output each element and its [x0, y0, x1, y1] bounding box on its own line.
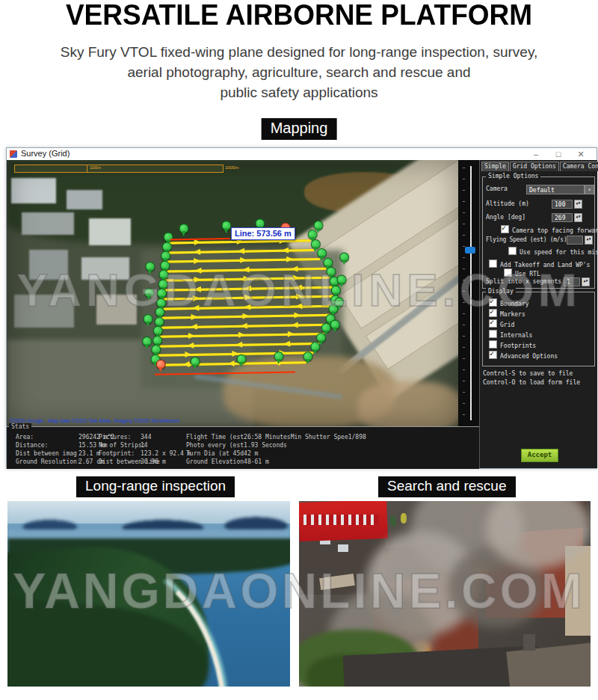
altitude-label: Altitude (m)	[486, 200, 529, 209]
advanced-options-label: Advanced Options	[500, 353, 558, 360]
survey-grid-line	[160, 324, 329, 329]
camera-top-checkbox[interactable]	[501, 225, 509, 233]
use-rtl-checkbox[interactable]	[504, 268, 512, 277]
chevron-down-icon[interactable]: ▾	[585, 185, 594, 194]
advanced-options-checkbox[interactable]	[489, 351, 497, 359]
zoom-slider	[458, 160, 479, 426]
map-marker[interactable]	[311, 239, 321, 249]
close-button[interactable]: ✕	[570, 148, 592, 160]
stats-bar: Stats Area:296242 m^2 Distance:15.53 km …	[7, 426, 479, 469]
scale-label-right: 1000m	[225, 165, 238, 170]
map-marker[interactable]	[337, 274, 347, 284]
panel-tabs: Simple Grid Options Camera Config	[481, 162, 598, 171]
use-speed-checkbox[interactable]	[508, 247, 517, 255]
footprints-checkbox[interactable]	[489, 340, 497, 349]
map-marker[interactable]	[156, 298, 166, 308]
map-marker[interactable]	[274, 351, 283, 361]
map-marker[interactable]	[162, 242, 172, 251]
stats-column-2: Pictures:344 No of Strips:14 Footprint:1…	[99, 433, 191, 466]
map-marker[interactable]	[310, 342, 320, 351]
camera-label: Camera	[486, 185, 508, 194]
map-marker[interactable]	[313, 221, 323, 230]
camera-dropdown[interactable]: Default	[526, 185, 585, 194]
slider-track[interactable]	[470, 166, 472, 420]
flying-speed-field[interactable]	[567, 236, 583, 245]
map-marker[interactable]	[317, 248, 327, 258]
stat-value: 23.1 m	[78, 450, 100, 457]
map-marker[interactable]	[161, 251, 170, 260]
map-marker[interactable]	[330, 319, 340, 329]
slider-handle[interactable]	[465, 247, 475, 254]
tab-camera-config[interactable]: Camera Config	[560, 162, 598, 171]
map-marker[interactable]	[143, 314, 152, 324]
angle-label: Angle [deg]	[486, 213, 525, 222]
split-field[interactable]: 1	[564, 277, 580, 286]
map-marker[interactable]	[151, 345, 161, 354]
split-label: Split into x segments	[486, 277, 561, 286]
line-length-tooltip: Line: 573.56 m	[231, 227, 295, 240]
internals-checkbox[interactable]	[489, 330, 497, 338]
inspection-photo	[7, 501, 290, 687]
map-marker[interactable]	[152, 336, 162, 346]
map-scale-bar: 100m 1000m	[14, 165, 224, 173]
map-marker[interactable]	[164, 232, 173, 242]
stat-line: Turn Dia (at 45d42 m	[186, 449, 366, 458]
use-rtl-label: Use RTL	[515, 271, 540, 277]
stat-value: 123.2 x 92.4 m	[141, 450, 191, 457]
tab-grid-options[interactable]: Grid Options	[510, 162, 559, 171]
split-spinner[interactable]: ▲▼	[582, 277, 590, 286]
inspection-label: Long-range inspection	[76, 476, 235, 497]
altitude-field[interactable]: 100	[552, 200, 573, 209]
map-canvas[interactable]: 100m 1000m Line: 573.56 m ©2020 Google -…	[7, 160, 458, 426]
angle-spinner[interactable]: ▲▼	[574, 213, 582, 222]
survey-grid-line	[164, 286, 333, 292]
boundary-checkbox[interactable]	[489, 298, 497, 307]
mapping-label: Mapping	[262, 118, 337, 140]
angle-field[interactable]: 269	[552, 213, 573, 222]
window-titlebar[interactable]: Survey (Grid) – □ ✕	[7, 148, 597, 160]
map-marker[interactable]	[303, 351, 312, 361]
page-title: VERSATILE AIRBORNE PLATFORM	[0, 0, 598, 32]
map-marker[interactable]	[316, 333, 326, 343]
map-marker[interactable]	[155, 307, 164, 317]
map-marker[interactable]	[153, 326, 163, 336]
map-marker[interactable]	[334, 297, 344, 307]
map-marker[interactable]	[339, 252, 349, 262]
minimize-button[interactable]: –	[525, 148, 547, 160]
grid-checkbox[interactable]	[489, 319, 497, 328]
survey-grid-line	[169, 239, 311, 244]
options-panel: Simple Grid Options Camera Config Simple…	[479, 160, 597, 468]
survey-grid-line	[166, 258, 320, 263]
page-subtitle: Sky Fury VTOL fixed-wing plane designed …	[0, 42, 598, 102]
add-takeoff-checkbox[interactable]	[489, 260, 497, 268]
stat-value: 14	[141, 442, 148, 449]
map-marker[interactable]	[155, 317, 164, 327]
maximize-button[interactable]: □	[547, 148, 570, 160]
map-marker[interactable]	[142, 337, 152, 346]
map-marker[interactable]	[236, 354, 246, 364]
survey-boundary-line	[155, 372, 295, 375]
stat-value: 344	[141, 434, 151, 440]
map-marker-red[interactable]	[156, 360, 166, 369]
map-marker[interactable]	[145, 262, 155, 271]
map-marker[interactable]	[221, 221, 231, 230]
map-marker[interactable]	[326, 267, 336, 277]
map-marker[interactable]	[158, 269, 168, 279]
map-marker[interactable]	[157, 289, 167, 298]
markers-checkbox[interactable]	[489, 309, 497, 317]
altitude-spinner[interactable]: ▲▼	[574, 200, 582, 209]
slider-ticks	[463, 168, 465, 419]
panel-footer-hint: Control-S to save to file Control-O to l…	[483, 369, 580, 387]
stat-line: Flight Time (est26:58 MinutesMin Shutter…	[186, 433, 366, 441]
grid-label: Grid	[500, 322, 514, 328]
accept-button[interactable]: Accept	[521, 449, 558, 462]
survey-grid-line	[156, 351, 313, 357]
map-marker[interactable]	[179, 224, 188, 233]
survey-grid-line	[158, 333, 324, 338]
flying-speed-spinner[interactable]: ▲▼	[585, 236, 593, 245]
map-marker[interactable]	[160, 260, 170, 270]
map-marker[interactable]	[144, 288, 154, 298]
map-marker[interactable]	[158, 280, 168, 289]
tab-simple[interactable]: Simple	[481, 162, 509, 171]
stat-value: 36.96 m	[141, 458, 166, 465]
